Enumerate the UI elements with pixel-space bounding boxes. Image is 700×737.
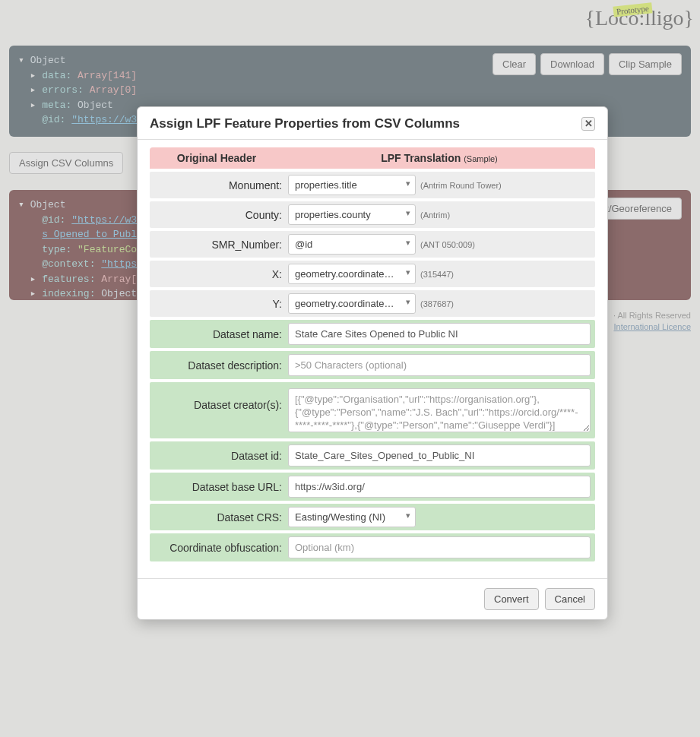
- column-headers: Original Header LPF Translation (Sample): [150, 147, 595, 169]
- mapping-label: X:: [154, 268, 282, 280]
- sample-value: (ANT 050:009): [420, 240, 475, 249]
- convert-button[interactable]: Convert: [484, 588, 539, 610]
- field-label: Dataset base URL:: [154, 481, 282, 493]
- mapping-row: Y:geometry.coordinate…(387687): [150, 290, 595, 317]
- dataset-name-input[interactable]: [288, 323, 591, 345]
- mapping-row: X:geometry.coordinate…(315447): [150, 261, 595, 287]
- mapping-row: SMR_Number:@id(ANT 050:009): [150, 231, 595, 258]
- dataset-crs-row: Dataset CRS: Easting/Westing (NI): [150, 504, 595, 530]
- coordinate-obfuscation-input[interactable]: [288, 536, 591, 558]
- dataset-id-row: Dataset id:: [150, 441, 595, 470]
- lpf-property-dropdown[interactable]: @id: [288, 234, 416, 255]
- mapping-label: Y:: [154, 298, 282, 310]
- lpf-property-dropdown[interactable]: properties.county: [288, 204, 416, 225]
- field-label: Dataset creator(s):: [154, 388, 282, 411]
- mapping-label: Monument:: [154, 179, 282, 191]
- sample-value: (387687): [420, 299, 454, 308]
- dataset-creator-row: Dataset creator(s):: [150, 382, 595, 438]
- mapping-label: SMR_Number:: [154, 239, 282, 251]
- close-icon[interactable]: ✕: [581, 117, 595, 131]
- dataset-id-input[interactable]: [288, 444, 591, 467]
- cancel-button[interactable]: Cancel: [545, 588, 595, 610]
- dataset-description-input[interactable]: [288, 354, 591, 376]
- lpf-property-dropdown[interactable]: geometry.coordinate…: [288, 264, 416, 284]
- dataset-creator-input[interactable]: [288, 388, 591, 432]
- lpf-property-dropdown[interactable]: geometry.coordinate…: [288, 293, 416, 314]
- header-original: Original Header: [150, 147, 283, 169]
- field-label: Coordinate obfuscation:: [154, 542, 282, 554]
- field-label: Dataset CRS:: [154, 511, 282, 523]
- field-label: Dataset description:: [154, 359, 282, 372]
- dataset-name-row: Dataset name:: [150, 320, 595, 348]
- dialog-title: Assign LPF Feature Properties from CSV C…: [150, 116, 460, 131]
- field-label: Dataset name:: [154, 328, 282, 340]
- dataset-crs-dropdown[interactable]: Easting/Westing (NI): [288, 507, 416, 527]
- mapping-label: County:: [154, 209, 282, 221]
- lpf-property-dropdown[interactable]: properties.title: [288, 175, 416, 195]
- sample-value: (Antrim): [420, 210, 450, 220]
- assign-lpf-dialog: Assign LPF Feature Properties from CSV C…: [137, 106, 608, 620]
- sample-value: (315447): [420, 270, 454, 279]
- dataset-url-input[interactable]: [288, 476, 591, 498]
- dataset-url-row: Dataset base URL:: [150, 473, 595, 501]
- mapping-row: Monument:properties.title(Antrim Round T…: [150, 172, 595, 198]
- header-lpf: LPF Translation (Sample): [283, 147, 595, 169]
- coordinate-obfuscation-row: Coordinate obfuscation:: [150, 533, 595, 561]
- sample-value: (Antrim Round Tower): [420, 181, 502, 190]
- dataset-description-row: Dataset description:: [150, 351, 595, 379]
- field-label: Dataset id:: [154, 450, 282, 462]
- mapping-row: County:properties.county(Antrim): [150, 201, 595, 228]
